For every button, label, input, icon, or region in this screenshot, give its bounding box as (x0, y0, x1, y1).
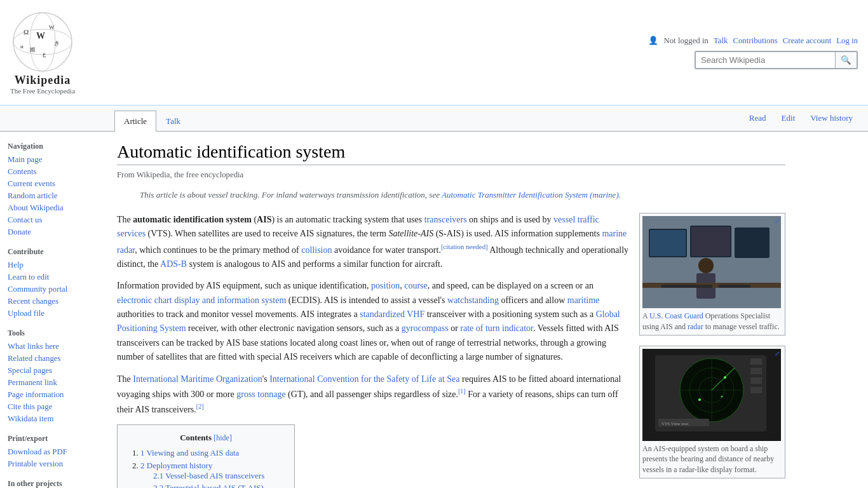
toc-item-2: 2 Deployment history 2.1 Vessel-based AI… (140, 461, 284, 488)
edit-tab[interactable]: Edit (776, 111, 801, 126)
article-sidebar: ⤢ A U.S. Coast Guard Operations Speciali… (639, 213, 785, 488)
link-course[interactable]: course (404, 281, 428, 290)
search-button[interactable]: 🔍 (835, 51, 857, 69)
svg-rect-19 (661, 285, 712, 288)
sidebar-item-upload[interactable]: Upload file (8, 309, 94, 318)
print-section-title: Print/export (8, 434, 94, 444)
sidebar-item-download-pdf[interactable]: Download as PDF (8, 447, 94, 457)
log-in-link[interactable]: Log in (836, 36, 858, 46)
contributions-link[interactable]: Contributions (733, 36, 777, 46)
link-radar[interactable]: radar (688, 322, 703, 331)
link-gyrocompass[interactable]: gyrocompass (402, 323, 449, 333)
page-subtitle: From Wikipedia, the free encyclopedia (117, 170, 785, 180)
link-imo[interactable]: International Maritime Organization (133, 374, 262, 384)
image-2[interactable]: VTS View tool (642, 349, 781, 441)
ref-1[interactable]: [1] (458, 388, 466, 395)
hatnote: This article is about vessel tracking. F… (137, 187, 785, 203)
svg-rect-33 (750, 358, 762, 365)
svg-text:и: и (20, 43, 24, 50)
sidebar-item-contact[interactable]: Contact us (8, 215, 94, 225)
svg-text:き: き (54, 40, 60, 46)
svg-text:W: W (49, 24, 55, 30)
view-history-tab[interactable]: View history (805, 111, 858, 126)
link-marine-radar[interactable]: marine radar (117, 229, 627, 254)
sidebar-item-current-events[interactable]: Current events (8, 179, 94, 189)
article-body: The automatic identification system (AIS… (117, 213, 785, 488)
svg-rect-12 (650, 230, 686, 256)
table-of-contents: Contents [hide] 1 Viewing and using AIS … (117, 424, 295, 488)
link-transceivers[interactable]: transceivers (424, 215, 467, 224)
user-status-bar: 👤 Not logged in Talk Contributions Creat… (648, 36, 858, 46)
toc-link-2-1[interactable]: 2.1 Vessel-based AIS transceivers (153, 471, 264, 480)
sidebar-item-cite[interactable]: Cite this page (8, 402, 94, 412)
toc-list: 1 Viewing and using AIS data 2 Deploymen… (128, 448, 284, 488)
sidebar-item-learn-to-edit[interactable]: Learn to edit (8, 273, 94, 282)
svg-rect-34 (750, 368, 762, 374)
link-uscg[interactable]: U.S. Coast Guard (649, 311, 703, 320)
link-adsb[interactable]: ADS-B (160, 259, 187, 269)
link-rot[interactable]: rate of turn indicator (460, 323, 533, 333)
svg-point-0 (13, 13, 72, 71)
link-watchstanding[interactable]: watchstanding (447, 295, 499, 305)
sidebar-item-donate[interactable]: Donate (8, 227, 94, 237)
projects-section-title: In other projects (8, 479, 94, 488)
svg-text:VTS View tool: VTS View tool (661, 421, 688, 426)
sidebar-item-main-page[interactable]: Main page (8, 155, 94, 165)
sidebar-item-special-pages[interactable]: Special pages (8, 366, 94, 376)
sidebar-item-what-links[interactable]: What links here (8, 342, 94, 351)
search-input[interactable] (695, 51, 835, 69)
sidebar-item-contents[interactable]: Contents (8, 167, 94, 177)
link-solas[interactable]: International Convention for the Safety … (269, 374, 459, 384)
citation-needed[interactable]: [citation needed] (441, 243, 488, 250)
link-maritime[interactable]: maritime (567, 295, 600, 305)
sidebar-item-community[interactable]: Community portal (8, 285, 94, 294)
link-gross-tonnage[interactable]: gross tonnage (236, 390, 285, 399)
search-icon: 🔍 (841, 55, 851, 65)
sidebar-item-wikidata[interactable]: Wikidata item (8, 414, 94, 424)
nav-section: Navigation Main page Contents Current ev… (8, 142, 94, 237)
link-position[interactable]: position (371, 281, 400, 290)
talk-link[interactable]: Talk (714, 36, 728, 46)
link-ecdis[interactable]: electronic chart display and information… (117, 295, 286, 305)
sidebar-item-about[interactable]: About Wikipedia (8, 203, 94, 213)
paragraph-2: Information provided by AIS equipment, s… (117, 279, 629, 364)
toc-link-2-2[interactable]: 2.2 Terrestrial-based AIS (T-AIS) (153, 483, 264, 488)
contribute-section-title: Contribute (8, 247, 94, 257)
image-1[interactable] (642, 216, 781, 308)
ref-2[interactable]: [2] (196, 403, 204, 410)
header-right: 👤 Not logged in Talk Contributions Creat… (648, 36, 858, 69)
hatnote-link[interactable]: Automatic Transmitter Identification Sys… (442, 190, 619, 200)
sidebar-item-page-info[interactable]: Page information (8, 390, 94, 400)
toc-hide-button[interactable]: [hide] (214, 433, 232, 442)
sidebar-item-recent-changes[interactable]: Recent changes (8, 297, 94, 306)
toc-link-1[interactable]: 1 Viewing and using AIS data (140, 448, 239, 458)
hatnote-text: This article is about vessel tracking. F… (140, 190, 442, 200)
tab-talk[interactable]: Talk (156, 111, 190, 132)
svg-point-30 (724, 376, 726, 379)
toc-sublist-2: 2.1 Vessel-based AIS transceivers 2.2 Te… (140, 471, 284, 488)
sidebar-item-related-changes[interactable]: Related changes (8, 354, 94, 363)
link-vhf[interactable]: standardized VHF (360, 309, 424, 319)
main-layout: Navigation Main page Contents Current ev… (0, 132, 868, 488)
hatnote-period: . (619, 190, 621, 200)
toc-title: Contents [hide] (128, 433, 284, 443)
wikipedia-logo[interactable]: Ω W き 維 и ع W (11, 10, 74, 74)
image-caption-2: An AIS-equipped system on board a ship p… (642, 444, 782, 475)
sidebar-item-permanent-link[interactable]: Permanent link (8, 378, 94, 388)
read-tab[interactable]: Read (744, 111, 771, 126)
site-name: Wikipedia (15, 74, 71, 87)
tab-article[interactable]: Article (114, 111, 156, 132)
svg-text:維: 維 (29, 46, 36, 53)
sidebar-item-printable[interactable]: Printable version (8, 459, 94, 469)
main-content: Automatic identification system From Wik… (102, 132, 801, 488)
sidebar: Navigation Main page Contents Current ev… (0, 132, 102, 488)
ais-bold: automatic identification system (133, 215, 252, 224)
expand-icon-1[interactable]: ⤢ (775, 217, 780, 224)
expand-icon-2[interactable]: ⤢ (775, 350, 780, 357)
link-collision[interactable]: collision (301, 245, 332, 254)
toc-link-2[interactable]: 2 Deployment history (140, 461, 212, 470)
projects-section: In other projects Wikimedia Commons (8, 479, 94, 488)
sidebar-item-help[interactable]: Help (8, 261, 94, 270)
sidebar-item-random-article[interactable]: Random article (8, 191, 94, 201)
create-account-link[interactable]: Create account (783, 36, 831, 46)
